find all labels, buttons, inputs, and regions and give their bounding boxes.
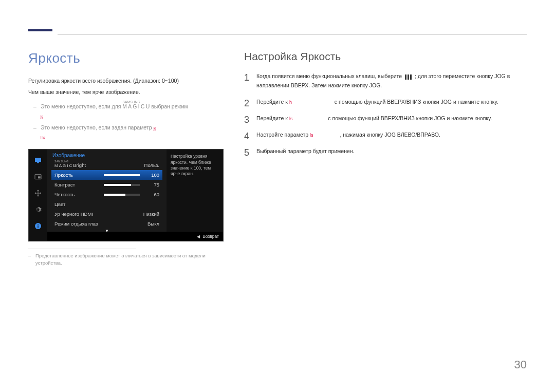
section-title-left: Яркость: [28, 50, 224, 66]
osd-back-label[interactable]: Возврат: [202, 234, 219, 239]
sidebar-move-icon[interactable]: [32, 188, 44, 199]
svg-rect-0: [35, 158, 41, 162]
svg-rect-6: [38, 224, 38, 225]
sidebar-pip-icon[interactable]: [32, 171, 44, 182]
steps-list: Когда появится меню функциональных клави…: [244, 72, 527, 156]
samsung-label: SAMSUNG: [122, 99, 140, 105]
osd-panel: Изображение SAMSUNG MAGIC Bright Польз. …: [28, 149, 224, 241]
sidebar-settings-icon[interactable]: [32, 204, 44, 215]
chapter-bar: [28, 29, 52, 31]
osd-row-magicbright[interactable]: SAMSUNG MAGIC Bright Польз.: [51, 160, 162, 170]
step-5: Выбранный параметр будет применен.: [244, 147, 527, 156]
note-2: Это меню недоступно, если задан параметр…: [33, 123, 224, 142]
footnote-divider: [28, 249, 136, 249]
back-triangle-icon: ◀: [197, 234, 200, 239]
sidebar-display-icon[interactable]: [32, 155, 44, 166]
step-2: Перейдите к h с помощью функций ВВЕРХ/ВН…: [244, 98, 527, 107]
svg-rect-1: [37, 162, 39, 163]
note-1: Это меню недоступно, если для SAMSUNG MA…: [33, 102, 224, 121]
section-title-right: Настройка Яркость: [244, 50, 527, 63]
osd-heading: Изображение: [51, 153, 162, 158]
osd-row-sharpness[interactable]: Четкость 60: [51, 190, 162, 199]
step-4: Настройте параметр ls, нажимая кнопку JO…: [244, 130, 527, 140]
sidebar-info-icon[interactable]: [32, 220, 44, 232]
menu-icon: [404, 72, 412, 81]
intro-1: Регулировка яркости всего изображения. (…: [28, 77, 224, 86]
osd-row-brightness[interactable]: Яркость 100: [51, 170, 162, 180]
step-1: Когда появится меню функциональных клави…: [244, 72, 527, 90]
osd-row-contrast[interactable]: Контраст 75: [51, 180, 162, 190]
osd-row-color[interactable]: Цвет: [51, 199, 162, 209]
footnote: Представленное изображение может отличат…: [28, 252, 224, 267]
osd-footer: ◀ Возврат: [47, 232, 223, 241]
osd-tooltip: Настройка уровня яркости. Чем ближе знач…: [166, 150, 223, 232]
osd-main: Изображение SAMSUNG MAGIC Bright Польз. …: [47, 150, 166, 232]
top-rule: [58, 34, 527, 34]
page-number: 30: [514, 358, 527, 371]
svg-rect-5: [38, 226, 38, 228]
osd-row-eye-saver[interactable]: Режим отдыха глаз Выкл: [51, 219, 162, 229]
step-3: Перейдите к ls с помощью функций ВВЕРХ/В…: [244, 114, 527, 123]
svg-rect-3: [38, 176, 41, 178]
osd-row-hdmi-black[interactable]: Ур черного HDMI Низкий: [51, 209, 162, 219]
osd-sidebar: [29, 150, 47, 241]
intro-2: Чем выше значение, тем ярче изображение.: [28, 88, 224, 97]
